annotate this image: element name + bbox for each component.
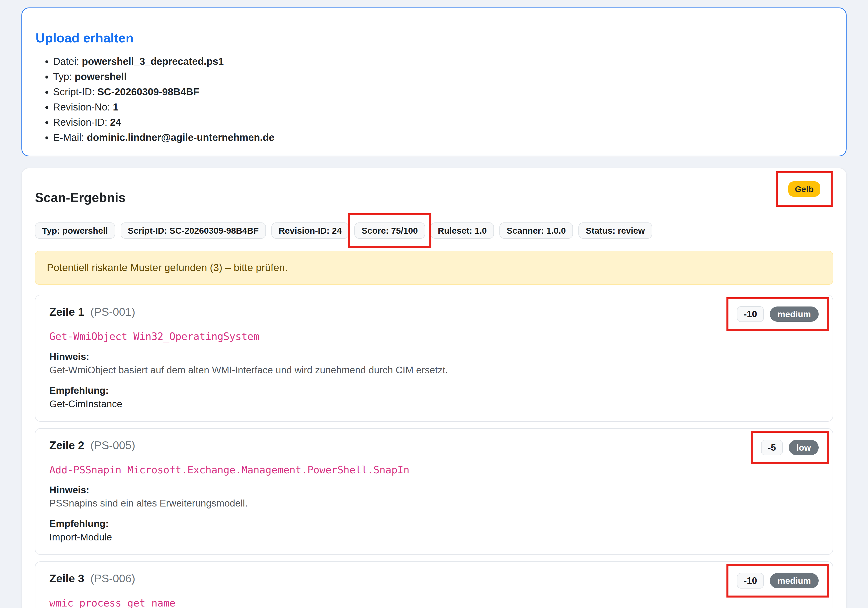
- finding-line-label: Zeile 3: [50, 572, 84, 585]
- upload-detail-value: 24: [110, 117, 121, 128]
- finding-empfehlung-text: Import-Module: [50, 532, 818, 543]
- finding-line-label: Zeile 2: [50, 439, 84, 452]
- finding-header: Zeile 1 (PS-001) -10 medium: [50, 306, 818, 322]
- upload-detail-value: 1: [113, 101, 118, 112]
- upload-detail-label: Script-ID:: [53, 86, 95, 97]
- meta-badge: Score: 75/100: [354, 222, 425, 239]
- upload-detail-item: E-Mail:dominic.lindner@agile-unternehmen…: [53, 132, 832, 143]
- upload-detail-label: Revision-ID:: [53, 117, 107, 128]
- scan-result-header: Scan-Ergebnis Gelb: [35, 180, 833, 216]
- upload-detail-item: Script-ID:SC-20260309-98B4BF: [53, 87, 832, 97]
- upload-detail-list: Datei:powershell_3_deprecated.ps1 Typ:po…: [36, 56, 832, 143]
- finding-severity-badge: low: [789, 440, 818, 455]
- upload-detail-label: Typ:: [53, 71, 72, 82]
- finding-card: Zeile 3 (PS-006) -10 medium wmic process…: [35, 561, 833, 608]
- finding-header: Zeile 2 (PS-005) -5 low: [50, 439, 818, 456]
- meta-badge: Revision-ID: 24: [271, 222, 349, 239]
- finding-severity-badge: medium: [770, 306, 818, 322]
- finding-empfehlung-text: Get-CimInstance: [50, 398, 818, 410]
- meta-badge: Status: review: [578, 222, 652, 239]
- upload-detail-item: Datei:powershell_3_deprecated.ps1: [53, 56, 832, 67]
- finding-rule-id: (PS-001): [90, 305, 135, 318]
- finding-title: Zeile 2 (PS-005): [50, 439, 135, 452]
- finding-header: Zeile 3 (PS-006) -10 medium: [50, 572, 818, 589]
- page: Upload erhalten Datei:powershell_3_depre…: [0, 0, 868, 608]
- finding-empfehlung-label: Empfehlung:: [50, 518, 818, 529]
- upload-detail-value: powershell_3_deprecated.ps1: [82, 56, 224, 67]
- finding-score-badge: -5: [761, 440, 783, 456]
- finding-hinweis-text: Get-WmiObject basiert auf dem alten WMI-…: [50, 365, 818, 376]
- finding-badge-group: -10 medium: [737, 573, 818, 589]
- finding-code-snippet: Add-PSSnapin Microsoft.Exchange.Manageme…: [50, 464, 818, 475]
- upload-card: Upload erhalten Datei:powershell_3_depre…: [22, 8, 846, 156]
- upload-detail-value: powershell: [75, 71, 127, 82]
- upload-card-title: Upload erhalten: [36, 31, 832, 45]
- ampel-status-badge: Gelb: [788, 181, 820, 197]
- finding-title: Zeile 3 (PS-006): [50, 572, 135, 585]
- upload-detail-value: SC-20260309-98B4BF: [98, 86, 199, 97]
- upload-detail-label: E-Mail:: [53, 132, 84, 143]
- finding-score-badge: -10: [737, 306, 764, 322]
- finding-empfehlung-label: Empfehlung:: [50, 385, 818, 396]
- finding-badge-group-wrap: -10 medium: [737, 573, 818, 589]
- upload-detail-label: Revision-No:: [53, 101, 110, 112]
- ampel-badge-wrap: Gelb: [788, 181, 820, 197]
- finding-code-snippet: Get-WmiObject Win32_OperatingSystem: [50, 331, 818, 342]
- finding-hinweis-text: PSSnapins sind ein altes Erweiterungsmod…: [50, 498, 818, 509]
- meta-badge-wrap: Scanner: 1.0.0: [499, 222, 573, 239]
- meta-badge-wrap: Ruleset: 1.0: [431, 222, 494, 239]
- finding-hinweis-label: Hinweis:: [50, 351, 818, 362]
- meta-badge: Scanner: 1.0.0: [499, 222, 573, 239]
- finding-card: Zeile 1 (PS-001) -10 medium Get-WmiObjec…: [35, 295, 833, 421]
- finding-badge-group-wrap: -10 medium: [737, 306, 818, 322]
- upload-detail-value: dominic.lindner@agile-unternehmen.de: [87, 132, 274, 143]
- finding-card: Zeile 2 (PS-005) -5 low Add-PSSnapin Mic…: [35, 428, 833, 555]
- scan-result-title: Scan-Ergebnis: [35, 191, 126, 205]
- meta-badge-wrap: Status: review: [578, 222, 652, 239]
- finding-severity-badge: medium: [770, 573, 818, 588]
- finding-badge-group: -10 medium: [737, 306, 818, 322]
- warning-alert: Potentiell riskante Muster gefunden (3) …: [35, 250, 833, 285]
- scan-result-card: Scan-Ergebnis Gelb Typ: powershell Scrip…: [22, 168, 846, 608]
- meta-badge-wrap: Revision-ID: 24: [271, 222, 349, 239]
- meta-badge-wrap: Script-ID: SC-20260309-98B4BF: [121, 222, 266, 239]
- meta-badge-wrap: Score: 75/100: [354, 222, 425, 239]
- meta-badge: Ruleset: 1.0: [431, 222, 494, 239]
- upload-detail-item: Revision-ID:24: [53, 117, 832, 128]
- upload-detail-item: Revision-No:1: [53, 102, 832, 112]
- finding-rule-id: (PS-006): [90, 572, 135, 585]
- finding-badge-group-wrap: -5 low: [761, 440, 818, 456]
- meta-badge: Typ: powershell: [35, 222, 115, 239]
- meta-badge-wrap: Typ: powershell: [35, 222, 115, 239]
- meta-badge: Script-ID: SC-20260309-98B4BF: [121, 222, 266, 239]
- finding-rule-id: (PS-005): [90, 439, 135, 452]
- upload-detail-item: Typ:powershell: [53, 72, 832, 82]
- finding-hinweis-label: Hinweis:: [50, 485, 818, 496]
- finding-title: Zeile 1 (PS-001): [50, 306, 135, 318]
- upload-detail-label: Datei:: [53, 56, 79, 67]
- finding-score-badge: -10: [737, 573, 764, 589]
- finding-badge-group: -5 low: [761, 440, 818, 456]
- scan-meta-badges-row: Typ: powershell Script-ID: SC-20260309-9…: [35, 222, 833, 239]
- finding-code-snippet: wmic process get name: [50, 597, 818, 608]
- finding-line-label: Zeile 1: [50, 305, 84, 318]
- findings-list: Zeile 1 (PS-001) -10 medium Get-WmiObjec…: [35, 295, 833, 608]
